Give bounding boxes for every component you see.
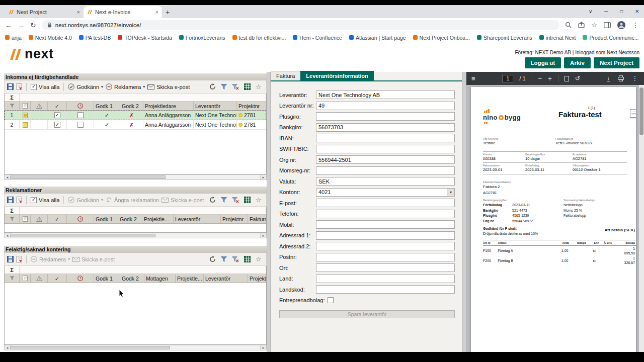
mobil-input[interactable]: [316, 220, 455, 229]
filter-row-icon[interactable]: [5, 102, 20, 110]
panel-splitter[interactable]: [267, 72, 271, 352]
side-panel-icon[interactable]: [604, 22, 611, 28]
tab-close-icon[interactable]: ×: [77, 9, 80, 15]
warning-column-icon[interactable]: [31, 274, 48, 283]
bookmark-item[interactable]: TOPdesk - Startsida: [118, 35, 172, 41]
tab-close-icon[interactable]: ×: [155, 9, 158, 15]
entreprenadbolag-checkbox[interactable]: [328, 297, 334, 303]
clear-filter-icon[interactable]: [232, 197, 239, 203]
kebab-menu-icon[interactable]: ⋮: [632, 21, 639, 29]
col-godk2[interactable]: Godk 2: [120, 102, 143, 110]
bankgiro-input[interactable]: [316, 123, 455, 132]
scrollbar-thumb[interactable]: [11, 346, 170, 349]
col-projektnr[interactable]: Projektnr: [248, 274, 266, 283]
check-column-icon[interactable]: ✓: [48, 215, 67, 223]
scrollbar-thumb[interactable]: [11, 234, 155, 237]
address-bar[interactable]: next.nordsys.se/987027/einvoice/: [42, 20, 560, 30]
row-checkbox[interactable]: [77, 122, 84, 128]
maximize-button[interactable]: □: [620, 9, 623, 14]
favorite-star-icon[interactable]: ☆: [256, 83, 262, 90]
col-projektledare[interactable]: Projektledare: [143, 102, 194, 110]
bookmark-item[interactable]: anja: [5, 35, 22, 41]
swift-bic-input[interactable]: [316, 145, 455, 153]
land-input[interactable]: [316, 275, 455, 283]
export-icon[interactable]: [16, 197, 22, 203]
godkann-button[interactable]: Godkänn ▾: [68, 83, 103, 90]
zoom-icon[interactable]: [565, 22, 572, 28]
back-icon[interactable]: ←: [5, 21, 12, 29]
lock-icon[interactable]: [47, 22, 52, 28]
check-column-icon[interactable]: ✓: [48, 274, 67, 283]
invoice-row[interactable]: 2 ✓ ✓ ✗ Anna Anläggarsson Next One Techn…: [5, 120, 266, 130]
refresh-icon[interactable]: [209, 197, 216, 203]
bookmark-item[interactable]: Atlassian | Start page: [349, 35, 406, 41]
scroll-left-arrow[interactable]: ◂: [5, 345, 11, 350]
skicka-epost-button[interactable]: Skicka e-post: [72, 256, 115, 262]
arkiv-button[interactable]: Arkiv: [564, 57, 591, 68]
refresh-icon[interactable]: [209, 83, 216, 90]
zoom-in-icon[interactable]: +: [548, 75, 552, 82]
momsreg-nr-input[interactable]: [316, 166, 455, 175]
next-project-button[interactable]: Next Project: [594, 57, 639, 68]
adressrad2-input[interactable]: [316, 242, 455, 250]
bookmark-item[interactable]: Sharepoint Leverans: [477, 35, 532, 41]
visa-alla-checkbox[interactable]: ✓: [31, 197, 37, 203]
excel-export-icon[interactable]: [244, 83, 251, 90]
excel-export-icon[interactable]: [244, 197, 251, 203]
filter-icon[interactable]: [221, 256, 227, 262]
history-column-icon[interactable]: [67, 274, 94, 283]
scroll-right-arrow[interactable]: ▸: [260, 233, 266, 238]
download-icon[interactable]: ↓: [607, 75, 610, 81]
visa-alla-toggle[interactable]: ✓ Visa alla: [31, 197, 59, 203]
reklamera-button[interactable]: Reklamera ▾: [106, 83, 145, 90]
logout-button[interactable]: Logga ut: [525, 57, 561, 68]
col-projektnr[interactable]: Projektnr: [221, 215, 248, 223]
row-checkbox[interactable]: ✓: [54, 122, 60, 128]
col-godk2[interactable]: Godk 2: [120, 274, 144, 283]
col-leverantor[interactable]: Leverantör: [194, 102, 237, 110]
visa-alla-toggle[interactable]: ✓ Visa alla: [31, 84, 59, 90]
invoice-row[interactable]: 1 ✓ ✓ ✗ Anna Anläggarsson Next One Techn…: [5, 111, 266, 120]
skicka-epost-button[interactable]: Skicka e-post: [147, 84, 190, 90]
reklamera-button[interactable]: Reklamera ▾: [31, 256, 70, 262]
chevron-down-icon[interactable]: ▾: [101, 84, 103, 89]
refresh-icon[interactable]: [209, 256, 216, 262]
bookmark-item[interactable]: Next Project Onboa...: [413, 35, 470, 41]
bookmark-item[interactable]: FortnoxLeverans: [179, 35, 225, 41]
telefon-input[interactable]: [316, 210, 455, 218]
bookmark-item[interactable]: test db för effektivi...: [232, 35, 286, 41]
warning-column-icon[interactable]: [31, 215, 48, 223]
col-projektnr[interactable]: Projektnr: [237, 102, 266, 110]
favorite-star-icon[interactable]: ☆: [256, 197, 262, 203]
col-godk2[interactable]: Godk 2: [118, 215, 142, 223]
kontonr-select[interactable]: 4021▾: [316, 188, 455, 197]
warning-column-icon[interactable]: [31, 102, 48, 110]
col-leverantor[interactable]: Leverantör: [204, 274, 248, 283]
row-checkbox[interactable]: [77, 112, 84, 118]
avatar[interactable]: [617, 21, 625, 29]
zoom-out-icon[interactable]: −: [538, 75, 542, 82]
bookmark-star-icon[interactable]: ☆: [591, 22, 597, 28]
history-column-icon[interactable]: [67, 102, 94, 110]
favorite-star-icon[interactable]: ☆: [256, 256, 262, 262]
col-projektle[interactable]: Projektle...: [142, 215, 174, 223]
check-column-icon[interactable]: ✓: [48, 102, 67, 110]
browser-tab-einvoice[interactable]: Next e-Invoice ×: [84, 6, 162, 18]
note-icon[interactable]: [23, 122, 28, 128]
save-icon[interactable]: [7, 256, 14, 262]
bookmark-item[interactable]: Product Communic...: [583, 35, 638, 41]
chevron-down-icon[interactable]: ▾: [447, 189, 454, 196]
scroll-left-arrow[interactable]: ◂: [5, 175, 11, 179]
tab-leverantorsinformation[interactable]: Leverantörsinformation: [300, 71, 373, 80]
ort-input[interactable]: [316, 263, 455, 272]
scrollbar-thumb[interactable]: [11, 175, 166, 179]
print-icon[interactable]: [618, 75, 624, 81]
filter-icon[interactable]: [221, 197, 227, 203]
filter-icon[interactable]: [221, 84, 227, 89]
horizontal-scrollbar[interactable]: ◂ ▸: [4, 233, 267, 238]
col-fakturada[interactable]: Fakturada...: [248, 215, 266, 223]
share-icon[interactable]: [578, 22, 585, 28]
new-tab-button[interactable]: +: [162, 7, 173, 18]
note-column-icon[interactable]: [20, 274, 31, 283]
skicka-epost-button[interactable]: Skicka e-post: [162, 197, 204, 203]
